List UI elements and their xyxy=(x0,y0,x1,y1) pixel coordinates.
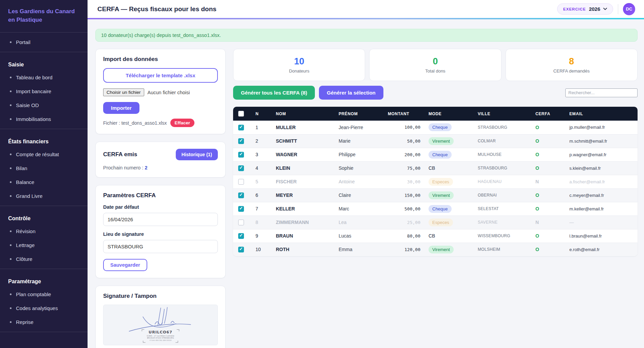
bullet-icon xyxy=(10,258,12,260)
sidebar-item-saisie-od[interactable]: Saisie OD xyxy=(0,98,88,112)
user-avatar[interactable]: DC xyxy=(623,3,635,15)
row-checkbox[interactable] xyxy=(238,152,244,158)
cell-nom: SCHMITT xyxy=(273,134,336,148)
cell-nom: BRAUN xyxy=(273,229,336,243)
cerfa-flag: O xyxy=(535,206,539,211)
row-checkbox[interactable] xyxy=(238,179,244,185)
import-button[interactable]: Importer xyxy=(103,102,139,114)
sidebar-item-balance[interactable]: Balance xyxy=(0,175,88,189)
cerfa-flag: O xyxy=(535,138,539,144)
mode-badge: Especes xyxy=(429,219,453,226)
sidebar-item-plan-comptable[interactable]: Plan comptable xyxy=(0,287,88,301)
sidebar-item-portail[interactable]: Portail xyxy=(0,35,88,49)
row-checkbox[interactable] xyxy=(238,165,244,171)
generate-selection-button[interactable]: Générer la sélection xyxy=(319,86,383,100)
sidebar-item-label: Clôture xyxy=(16,256,32,262)
cerfa-emitted-card: CERFA emis Historique (1) Prochain numer… xyxy=(95,142,226,178)
sidebar-item-grand-livre[interactable]: Grand Livre xyxy=(0,189,88,203)
sidebar-item-label: Grand Livre xyxy=(16,193,42,199)
sidebar-item-revision[interactable]: Révision xyxy=(0,224,88,238)
cell-prenom: Philippe xyxy=(336,148,385,161)
signature-place-field[interactable] xyxy=(103,240,218,253)
cell-email: c.meyer@email.fr xyxy=(567,188,638,202)
row-checkbox[interactable] xyxy=(238,206,244,212)
cell-prenom: Emma xyxy=(336,243,385,256)
download-template-button[interactable]: Télécharger le template .xlsx xyxy=(103,68,218,83)
cell-email: jp.muller@email.fr xyxy=(567,121,638,134)
history-button[interactable]: Historique (1) xyxy=(176,149,218,160)
mode-badge: Virement xyxy=(429,137,454,145)
sidebar-item-import-bancaire[interactable]: Import bancaire xyxy=(0,84,88,98)
exercice-selector[interactable]: EXERCICE 2026 xyxy=(557,3,613,15)
cell-prenom: Lucas xyxy=(336,229,385,243)
column-header-ville: VILLE xyxy=(475,107,533,121)
row-checkbox[interactable] xyxy=(238,233,244,239)
row-checkbox[interactable] xyxy=(238,192,244,198)
cell-ville: OBERNAI xyxy=(475,188,533,202)
cell-email: l.braun@email.fr xyxy=(567,229,638,243)
cell-nom: KELLER xyxy=(273,202,336,216)
cell-n: 3 xyxy=(253,148,273,161)
sidebar-item-compte-de-resultat[interactable]: Compte de résultat xyxy=(0,147,88,161)
next-number-label: Prochain numero : xyxy=(103,165,143,170)
sidebar-item-codes-analytiques[interactable]: Codes analytiques xyxy=(0,301,88,315)
cell-ville: HAGUENAU xyxy=(475,175,533,188)
column-header-nom: NOM xyxy=(273,107,336,121)
search-input[interactable] xyxy=(565,88,638,97)
exercice-value: 2026 xyxy=(589,6,600,12)
mode-badge: CB xyxy=(429,165,435,171)
sidebar-divider xyxy=(0,269,88,269)
bullet-icon xyxy=(10,321,12,323)
select-all-checkbox[interactable] xyxy=(238,111,244,117)
cell-email: m.schmitt@email.fr xyxy=(567,134,638,148)
choose-file-button[interactable]: Choisir un fichier xyxy=(103,88,144,96)
stamp-line1: URILCO67 xyxy=(149,330,172,334)
cerfa-flag: O xyxy=(535,152,539,157)
save-button[interactable]: Sauvegarder xyxy=(103,259,147,271)
app-root: Les Gardiens du Canard en Plastique Port… xyxy=(0,0,644,348)
sidebar-item-tableau-de-bord[interactable]: Tableau de bord xyxy=(0,70,88,84)
table-row: 2 SCHMITT Marie 50,00 Virement COLMAR O … xyxy=(233,134,638,148)
stat-label: Total dons xyxy=(425,68,445,74)
stat-card-donateurs: 10 Donateurs xyxy=(233,49,365,81)
cerfa-flag: N xyxy=(535,179,539,184)
row-checkbox[interactable] xyxy=(238,125,244,130)
cell-montant: 200,00 xyxy=(385,148,426,161)
sidebar-divider xyxy=(0,332,88,332)
left-panel: Import des données Télécharger le templa… xyxy=(95,49,226,348)
stat-card-total-dons: 0 Total dons xyxy=(369,49,501,81)
cell-ville: MULHOUSE xyxy=(475,148,533,161)
row-checkbox[interactable] xyxy=(238,247,244,252)
mode-badge: Especes xyxy=(429,178,453,186)
cell-nom: ROTH xyxy=(273,243,336,256)
cell-montant: 500,00 xyxy=(385,202,426,216)
sidebar-item-lettrage[interactable]: Lettrage xyxy=(0,238,88,252)
table-row: 6 MEYER Claire 150,00 Virement OBERNAI O… xyxy=(233,188,638,202)
sidebar-item-bilan[interactable]: Bilan xyxy=(0,161,88,175)
stat-value: 0 xyxy=(433,56,438,67)
sidebar-item-label: Lettrage xyxy=(16,242,35,248)
row-checkbox[interactable] xyxy=(238,220,244,225)
card-title: CERFA emis xyxy=(103,151,137,158)
sidebar-item-immobilisations[interactable]: Immobilisations xyxy=(0,112,88,126)
sidebar-item-reprise[interactable]: Reprise xyxy=(0,315,88,329)
cell-ville: MOLSHEIM xyxy=(475,243,533,256)
clear-file-button[interactable]: Effacer xyxy=(170,119,195,127)
mode-badge: Virement xyxy=(429,191,454,199)
row-checkbox[interactable] xyxy=(238,138,244,144)
sidebar-item-label: Import bancaire xyxy=(16,88,51,94)
generate-all-button[interactable]: Générer tous les CERFA (8) xyxy=(233,86,315,100)
default-date-field[interactable] xyxy=(103,213,218,226)
table-row: 5 FISCHER Antoine 30,00 Especes HAGUENAU… xyxy=(233,175,638,188)
stamp-line4: n°siret 404 362 284 00018 xyxy=(150,340,171,341)
column-header-montant: MONTANT xyxy=(385,107,426,121)
sidebar-section-saisie: Saisie xyxy=(0,55,88,70)
bullet-icon xyxy=(10,167,12,169)
sidebar-item-cloture[interactable]: Clôture xyxy=(0,252,88,266)
cell-montant: 30,00 xyxy=(385,175,426,188)
cell-email: m.keller@email.fr xyxy=(567,202,638,216)
cell-email: a.fischer@email.fr xyxy=(567,175,638,188)
cell-nom: FISCHER xyxy=(273,175,336,188)
mode-badge: Cheque xyxy=(429,151,452,159)
signature-preview: URILCO67 ICANS - 17 rue Albert Calmette … xyxy=(103,305,218,345)
